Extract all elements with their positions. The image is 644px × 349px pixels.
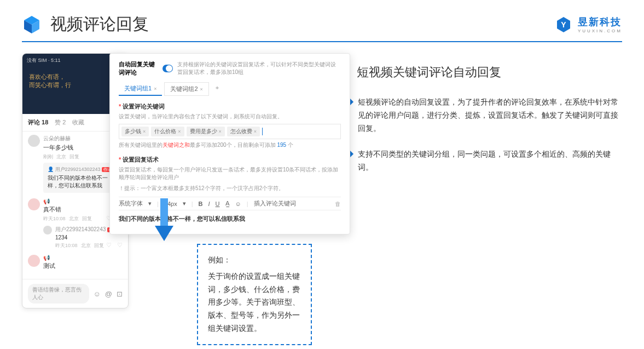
meta-location: 北京 xyxy=(69,215,79,222)
tab-favorites[interactable]: 收藏 xyxy=(72,118,84,127)
example-body: 关于询价的设置成一组关键词，多少钱、什么价格，费用多少等。关于咨询班型、版本、型… xyxy=(208,270,301,335)
underline-icon[interactable]: U xyxy=(216,201,220,207)
settings-panel: 自动回复关键词评论 支持根据评论的关键词设置回复话术，可以针对不同类型关键词设置… xyxy=(109,53,350,234)
keyword-chip[interactable]: 什么价格× xyxy=(151,127,184,136)
meta-location: 北京 xyxy=(81,242,91,249)
italic-icon[interactable]: I xyxy=(208,201,210,207)
sub-username: 用户2299214302243 xyxy=(55,226,106,232)
page-title: 视频评论回复 xyxy=(50,13,149,36)
panel-description: 支持根据评论的关键词设置回复话术，可以针对不同类型关键词设置回复话术，最多添加1… xyxy=(177,61,341,76)
hint-text: 所有关键词组里的关键词之和最多可添加200个，目前剩余可添加 195 个 xyxy=(119,141,341,149)
bullet-text: 短视频评论的自动回复设置，为了提升作者的评论回复效率，在系统中针对常见的评论用户… xyxy=(358,96,622,135)
comment-text: 测试 xyxy=(43,262,123,270)
close-icon[interactable]: × xyxy=(154,86,156,91)
font-select[interactable]: 系统字体 xyxy=(119,199,143,208)
keyword-chip[interactable]: 费用是多少× xyxy=(187,127,225,136)
panel-title: 自动回复关键词评论 xyxy=(119,60,158,77)
bullet-item: 支持不同类型的关键词分组，同一类问题，可设置多个相近的、高频的关键词。 xyxy=(334,148,622,174)
comment-item: 📢 真不错 昨天10:08 北京 回复 ♡ ♡ xyxy=(28,198,123,249)
arrow-down-icon xyxy=(150,198,178,244)
bold-icon[interactable]: B xyxy=(199,201,203,207)
comment-input-bar: 善语结善缘，恶言伤人心 ☺ @ ⊡ xyxy=(22,279,128,308)
insert-keyword-button[interactable]: 插入评论关键词 xyxy=(254,199,296,208)
example-box: 例如： 关于询价的设置成一组关键词，多少钱、什么价格，费用多少等。关于咨询班型、… xyxy=(197,244,312,345)
page-header: 视频评论回复 Y 昱新科技 YUUXIN.COM xyxy=(0,0,644,41)
reply-link[interactable]: 回复 xyxy=(82,215,92,222)
keyword-group-tab[interactable]: 关键词组1× xyxy=(119,82,162,96)
bullet-item: 短视频评论的自动回复设置，为了提升作者的评论回复效率，在系统中针对常见的评论用户… xyxy=(334,96,622,135)
reply-link[interactable]: 回复 xyxy=(94,242,104,249)
dislike-icon[interactable]: ♡ xyxy=(117,242,123,249)
keyword-input[interactable]: 多少钱× 什么价格× 费用是多少× 怎么收费× xyxy=(119,124,341,139)
delete-icon[interactable]: 🗑 xyxy=(335,201,341,207)
avatar xyxy=(28,198,40,210)
mention-icon[interactable]: @ xyxy=(105,290,112,298)
field-note: ！提示：一个富文本框最多支持512个字符，一个汉字占用2个字符。 xyxy=(119,185,341,192)
text-cursor xyxy=(262,128,263,135)
meta-location: 北京 xyxy=(56,153,66,161)
emoji-icon[interactable]: ☺ xyxy=(235,201,241,207)
tab-likes[interactable]: 赞 2 xyxy=(55,118,66,127)
comment-username: 📢 xyxy=(43,255,123,261)
comment-input[interactable]: 善语结善缘，恶言伤人心 xyxy=(28,284,89,304)
avatar xyxy=(28,255,40,267)
sub-comment-text: 1234 xyxy=(55,234,123,241)
svg-marker-6 xyxy=(155,226,173,241)
overlay-text-2: 而笑心有谓，行 xyxy=(29,81,71,89)
keyword-group-tab[interactable]: 关键词组2× xyxy=(164,82,208,96)
svg-rect-5 xyxy=(160,198,168,226)
section-header: 短视频关键词评论自动回复 xyxy=(334,64,622,81)
avatar xyxy=(28,135,40,147)
cube-icon xyxy=(22,15,42,35)
company-logo: Y 昱新科技 YUUXIN.COM xyxy=(555,15,622,33)
comment-item: 📢 测试 xyxy=(28,255,123,270)
close-icon[interactable]: × xyxy=(200,87,203,92)
divider xyxy=(22,41,622,42)
meta-time: 昨天10:08 xyxy=(55,242,78,249)
meta-time: 昨天10:08 xyxy=(43,215,66,222)
meta-time: 刚刚 xyxy=(43,153,53,161)
color-icon[interactable]: A̲ xyxy=(225,200,230,207)
auto-reply-toggle[interactable] xyxy=(163,65,173,72)
emoji-icon[interactable]: ☺ xyxy=(94,290,101,298)
field-description: 设置关键词，当评论里内容包含了以下关键词，则系统可自动回复。 xyxy=(119,113,341,121)
keyword-chip[interactable]: 多少钱× xyxy=(121,127,149,136)
comment-item: 云朵的赫赫 一年多少钱 刚刚 北京 回复 👤 用户2299214302243 xyxy=(28,135,123,193)
reply-link[interactable]: 回复 xyxy=(69,153,79,161)
field-label: 设置评论关键词 xyxy=(119,102,341,111)
reply-username: 用户2299214302243 xyxy=(55,167,101,172)
reply-text: 我们不同的版本价格不一样，您可以私信联系我 xyxy=(48,174,118,190)
example-title: 例如： xyxy=(208,254,301,267)
svg-text:Y: Y xyxy=(561,20,566,29)
heart-icon[interactable]: ♡ xyxy=(106,242,112,249)
add-group-button[interactable]: + xyxy=(211,82,223,96)
avatar xyxy=(43,226,52,234)
logo-subtext: YUUXIN.COM xyxy=(578,28,622,33)
bullet-text: 支持不同类型的关键词分组，同一类问题，可设置多个相近的、高频的关键词。 xyxy=(358,148,622,174)
field-label: 设置回复话术 xyxy=(119,156,341,164)
tab-comments[interactable]: 评论 18 xyxy=(28,118,48,127)
section-title: 短视频关键词评论自动回复 xyxy=(357,64,501,81)
image-icon[interactable]: ⊡ xyxy=(117,290,123,298)
overlay-text-1: 喜欢心有语， xyxy=(29,73,71,81)
keyword-chip[interactable]: 怎么收费× xyxy=(227,127,260,136)
field-description: 设置回复话术，每回复一个用户评论只发送一条话术，最多支持设置10条不同话术，按添… xyxy=(119,166,341,181)
logo-text: 昱新科技 xyxy=(578,15,622,28)
